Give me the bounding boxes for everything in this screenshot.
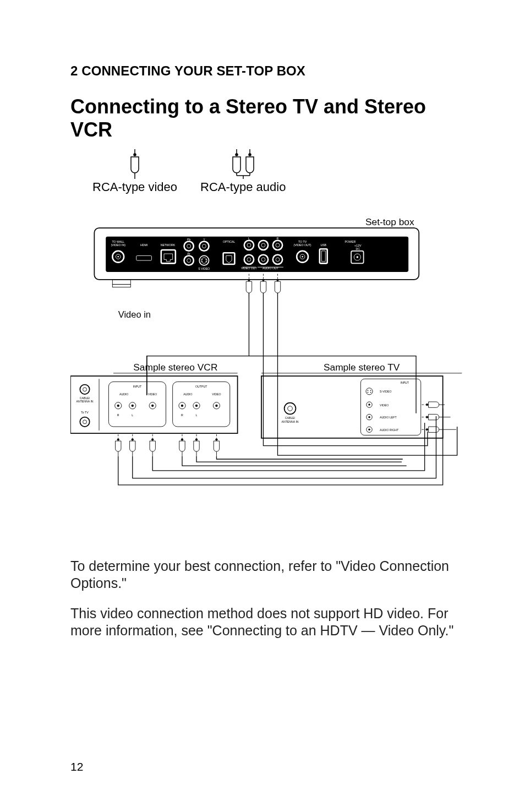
svg-text:(VIDEO OUT): (VIDEO OUT): [294, 243, 311, 247]
svg-text:L: L: [132, 413, 133, 417]
svg-text:POWER: POWER: [345, 240, 356, 243]
svg-rect-104: [173, 382, 230, 427]
svg-point-150: [368, 404, 370, 405]
wires-stb-down: [147, 293, 457, 455]
svg-text:TO TV: TO TV: [298, 240, 307, 243]
svg-point-1: [134, 154, 136, 156]
svg-point-78: [262, 279, 264, 281]
svg-point-138: [288, 406, 293, 411]
page-number: 12: [70, 760, 83, 773]
svg-point-36: [202, 261, 203, 262]
svg-point-156: [368, 428, 370, 430]
svg-text:+12V: +12V: [354, 244, 362, 247]
svg-point-113: [215, 405, 217, 407]
svg-text:(VIDEO IN): (VIDEO IN): [111, 243, 125, 247]
svg-point-111: [195, 405, 198, 407]
svg-rect-13: [112, 285, 130, 287]
svg-text:S VIDEO: S VIDEO: [198, 267, 210, 270]
tv-label: Sample stereo TV: [324, 362, 400, 373]
svg-point-4: [236, 154, 238, 156]
svg-text:AUDIO RIGHT: AUDIO RIGHT: [380, 428, 399, 432]
video-in-label: Video in: [118, 309, 151, 319]
svg-text:L: L: [196, 413, 198, 417]
svg-text:To TV: To TV: [81, 411, 89, 414]
svg-text:INPUT: INPUT: [400, 381, 409, 384]
svg-text:OPTICAL: OPTICAL: [223, 240, 235, 243]
svg-point-63: [302, 256, 303, 258]
svg-text:OUTPUT: OUTPUT: [195, 385, 207, 388]
svg-point-130: [195, 439, 197, 440]
vcr-chassis: CABLE/ ANTENNA IN To TV INPUT AUDIO VIDE…: [70, 376, 238, 433]
svg-point-97: [117, 405, 119, 407]
wiring-diagram-svg: Set-top box TO WALL (VIDEO IN): [70, 217, 467, 542]
cable-type-row: RCA-type video: [92, 149, 467, 194]
svg-point-89: [80, 417, 89, 427]
svg-text:R: R: [117, 413, 119, 417]
svg-text:HDMI: HDMI: [140, 243, 147, 247]
svg-text:CABLE/: CABLE/: [285, 416, 296, 419]
svg-rect-11: [106, 237, 408, 272]
wiring-diagram: Set-top box TO WALL (VIDEO IN): [70, 217, 467, 544]
svg-text:DC: DC: [356, 247, 360, 250]
page-title: Connecting to a Stereo TV and Stereo VCR: [70, 95, 467, 141]
svg-point-145: [370, 390, 371, 391]
svg-point-128: [181, 439, 183, 440]
svg-text:VIDEO OUT: VIDEO OUT: [241, 266, 257, 270]
svg-text:ANTENNA IN: ANTENNA IN: [76, 400, 93, 403]
svg-rect-12: [112, 280, 130, 285]
svg-text:S-VIDEO: S-VIDEO: [380, 390, 391, 393]
svg-rect-92: [108, 382, 166, 427]
svg-text:INPUT: INPUT: [133, 385, 142, 388]
paragraph-1: To determine your best connection, refer…: [70, 558, 467, 592]
svg-point-161: [426, 404, 428, 405]
svg-point-163: [426, 416, 428, 418]
svg-text:NETWORK: NETWORK: [161, 243, 176, 247]
svg-text:VIDEO: VIDEO: [148, 393, 157, 396]
svg-point-37: [205, 261, 206, 262]
svg-point-143: [366, 388, 373, 395]
svg-point-137: [285, 403, 296, 415]
svg-point-76: [248, 279, 250, 281]
rca-plugs-under-vcr: [116, 434, 220, 456]
rca-audio-caption: RCA-type audio: [200, 180, 286, 194]
svg-text:AUDIO LEFT: AUDIO LEFT: [380, 416, 397, 419]
svg-rect-136: [261, 376, 443, 438]
rca-single-icon: [125, 149, 144, 179]
svg-text:VIDEO: VIDEO: [212, 393, 221, 396]
svg-point-126: [151, 439, 153, 440]
svg-point-35: [205, 259, 206, 260]
rca-double-icon: [227, 149, 259, 179]
svg-point-132: [216, 439, 217, 440]
svg-point-147: [370, 392, 371, 393]
svg-point-99: [132, 405, 134, 407]
svg-point-72: [357, 256, 358, 258]
rca-plugs-into-tv: [422, 402, 456, 433]
stb-chassis: TO WALL (VIDEO IN) HDMI NETWORK Pb: [94, 228, 419, 287]
svg-point-34: [202, 259, 203, 260]
svg-text:USB: USB: [320, 243, 326, 247]
svg-point-109: [181, 405, 183, 407]
svg-point-124: [132, 439, 133, 440]
svg-text:AUDIO: AUDIO: [183, 393, 192, 396]
svg-text:Y: Y: [203, 238, 205, 241]
svg-point-85: [83, 388, 87, 391]
svg-text:ANTENNA IN: ANTENNA IN: [281, 420, 298, 423]
svg-point-90: [83, 420, 87, 424]
svg-point-16: [117, 256, 119, 258]
svg-rect-83: [70, 376, 238, 433]
svg-point-144: [368, 390, 369, 391]
svg-text:VIDEO: VIDEO: [380, 404, 389, 407]
svg-text:Pr: Pr: [188, 252, 190, 255]
svg-point-165: [426, 428, 428, 430]
rca-video-caption: RCA-type video: [92, 180, 177, 194]
svg-text:R: R: [277, 237, 279, 240]
svg-point-122: [117, 439, 119, 440]
wires-vcr-to-tv: [118, 356, 443, 485]
rca-audio-icon-group: RCA-type audio: [200, 149, 286, 194]
svg-text:L: L: [248, 237, 250, 240]
svg-text:AUDIO OUT: AUDIO OUT: [262, 266, 279, 270]
vcr-label: Sample stereo VCR: [133, 362, 217, 373]
svg-text:CABLE/: CABLE/: [80, 396, 90, 400]
paragraph-2: This video connection method does not su…: [70, 605, 467, 639]
svg-text:Pb: Pb: [187, 238, 190, 241]
